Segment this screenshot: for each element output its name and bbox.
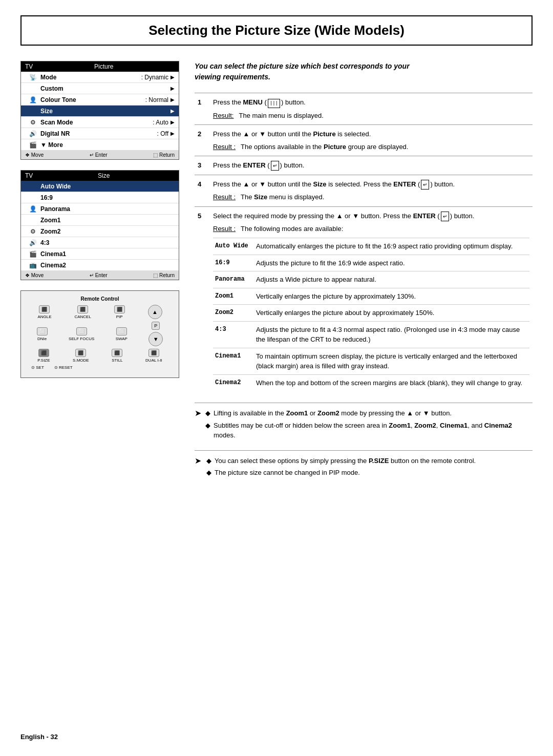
step-3-instruction: Press the ENTER (↵) button.: [213, 160, 529, 171]
note-arrow-2: ➤: [195, 456, 201, 466]
dual-btn[interactable]: ⬛: [148, 349, 159, 357]
cinema2-label: Cinema2: [40, 262, 175, 269]
steps-table: 1 Press the MENU (|||) button. Result: T…: [195, 93, 533, 395]
mode-name: Cinema1: [213, 348, 254, 374]
angle-label: ANGLE: [37, 314, 51, 319]
size-menu-header: Size: [98, 172, 110, 179]
mode-name: Zoom1: [213, 288, 254, 305]
menu-row-custom: Custom ▶: [21, 83, 179, 94]
menu-row-colour: 👤 Colour Tone : Normal ▶: [21, 94, 179, 106]
icon-movie: 🎬: [25, 141, 40, 149]
mode-name: 4:3: [213, 321, 254, 348]
remote-col-p: P ▼: [148, 322, 163, 346]
icon-settings2: ⚙: [25, 228, 40, 235]
cinema1-label: Cinema1: [40, 250, 175, 258]
43-label: 4:3: [40, 239, 175, 246]
swap-label: SWAP: [116, 337, 127, 341]
swap-btn[interactable]: ⬜: [116, 327, 127, 335]
mode-description: Vertically enlarges the picture by appro…: [254, 288, 529, 305]
icon-settings: ⚙: [25, 119, 40, 126]
step-5-instruction: Select the required mode by pressing the…: [213, 211, 529, 221]
diamond-3: ◆: [206, 456, 211, 466]
mode-description: When the top and bottom of the screen ma…: [254, 374, 529, 391]
psize-label: P.SIZE: [37, 358, 50, 363]
step-1-row: 1 Press the MENU (|||) button. Result: T…: [195, 93, 533, 125]
step-4-result: Result : The Size menu is displayed.: [213, 192, 529, 202]
mode-table: Auto Wide Automatically enlarges the pic…: [213, 238, 529, 391]
note-row-1: ➤ ◆ Lifting is available in the Zoom1 or…: [195, 408, 533, 443]
cancel-btn[interactable]: ⬛: [77, 305, 88, 313]
note-bullet-2: ◆ Subtitles may be cut-off or hidden bel…: [205, 421, 533, 440]
size-row-169: 16:9: [21, 192, 179, 203]
down-btn[interactable]: ▼: [148, 332, 163, 346]
step-1-instruction: Press the MENU (|||) button.: [213, 97, 529, 108]
step-2-row: 2 Press the ▲ or ▼ button until the Pict…: [195, 125, 533, 156]
note-arrow-1: ➤: [195, 408, 201, 418]
step-4-num: 4: [195, 175, 210, 207]
result-label-4: Result :: [213, 192, 236, 202]
dnie-label: DNIe: [37, 337, 47, 341]
remote-col-dnie: ⬜ DNIe: [37, 327, 48, 341]
more-label: ▼ More: [40, 141, 175, 149]
scan-value: : Auto: [153, 119, 168, 126]
step-3-content: Press the ENTER (↵) button.: [210, 156, 533, 175]
page: Selecting the Picture Size (Wide Models)…: [0, 0, 553, 756]
size-row-cinema1: 🎬 Cinema1: [21, 248, 179, 260]
note-bullet-4: ◆ The picture size cannot be changed in …: [206, 468, 533, 478]
remote-col-angle: ⬛ ANGLE: [37, 305, 51, 319]
result-text-1: The main menu is displayed.: [239, 111, 323, 121]
zoom1-label: Zoom1: [40, 217, 175, 224]
intro-text: You can select the picture size which be…: [195, 61, 533, 82]
step-1-content: Press the MENU (|||) button. Result: The…: [210, 93, 533, 125]
tv-size-menu-header: TV Size: [21, 171, 179, 181]
step-4-instruction: Press the ▲ or ▼ button until the Size i…: [213, 179, 529, 190]
footer-return: ⬚ Return: [153, 152, 175, 158]
dnr-label: Digital NR: [40, 130, 157, 137]
mode-description: To maintain optimum screen display, the …: [254, 348, 529, 374]
icon-person2: 👤: [25, 205, 40, 213]
selffocus-btn[interactable]: ⬜: [76, 327, 87, 335]
p-btn[interactable]: P: [152, 322, 160, 330]
note-bullets-1: ◆ Lifting is available in the Zoom1 or Z…: [205, 408, 533, 443]
remote-row-1: ⬛ ANGLE ⬛ CANCEL ⬛ PIP ▲: [26, 305, 174, 319]
content-wrapper: TV Picture 📡 Mode : Dynamic ▶ Custom ▶ 👤: [20, 61, 533, 480]
note-bullet-1: ◆ Lifting is available in the Zoom1 or Z…: [205, 408, 533, 418]
icon-satellite: 📡: [25, 74, 40, 81]
result-text-2: The options available in the Picture gro…: [241, 142, 408, 152]
remote-col-swap: ⬜ SWAP: [116, 327, 127, 341]
bottom-note-section: ➤ ◆ You can select these options by simp…: [195, 450, 533, 480]
custom-label: Custom: [40, 85, 168, 92]
mode-description: Adjusts the picture to fit a 4:3 normal …: [254, 321, 529, 348]
up-btn[interactable]: ▲: [148, 305, 162, 319]
remote-col-pip: ⬛ PIP: [114, 305, 125, 319]
still-btn[interactable]: ⬛: [112, 349, 122, 357]
picture-label: Picture: [94, 63, 113, 70]
footer-move: ❖ Move: [25, 152, 44, 158]
reset-label: ⊙ RESET: [54, 365, 73, 370]
step-1-result: Result: The main menu is displayed.: [213, 111, 529, 121]
picture-menu-footer: ❖ Move ↵ Enter ⬚ Return: [21, 151, 179, 159]
step-2-result: Result : The options available in the Pi…: [213, 142, 529, 152]
icon-misc2: 📺: [25, 262, 40, 269]
tv-size-menu: TV Size Auto Wide 16:9 👤 Panorama: [20, 170, 179, 280]
pip-label: PIP: [116, 314, 123, 319]
smode-btn[interactable]: ⬛: [75, 349, 86, 357]
dnie-btn[interactable]: ⬜: [37, 327, 48, 335]
zoom2-label: Zoom2: [40, 228, 175, 235]
pip-btn[interactable]: ⬛: [114, 305, 125, 313]
size-row-43: 🔊 4:3: [21, 237, 179, 248]
footer-enter2: ↵ Enter: [90, 272, 108, 278]
scan-arrow: ▶: [171, 119, 175, 125]
size-row-cinema2: 📺 Cinema2: [21, 260, 179, 271]
note-bullet-3: ◆ You can select these options by simply…: [206, 456, 533, 466]
remote-col-dual: ⬛ DUAL I-II: [145, 349, 162, 363]
dual-label: DUAL I-II: [145, 358, 162, 363]
diamond-1: ◆: [205, 408, 210, 418]
mode-name: Panorama: [213, 271, 254, 288]
mode-description: Automatically enlarges the picture to fi…: [254, 238, 529, 255]
still-label: STILL: [112, 358, 122, 363]
step-2-content: Press the ▲ or ▼ button until the Pictur…: [210, 125, 533, 156]
icon-person: 👤: [25, 96, 40, 103]
psize-btn[interactable]: ⬛: [38, 349, 49, 357]
angle-btn[interactable]: ⬛: [39, 305, 50, 313]
